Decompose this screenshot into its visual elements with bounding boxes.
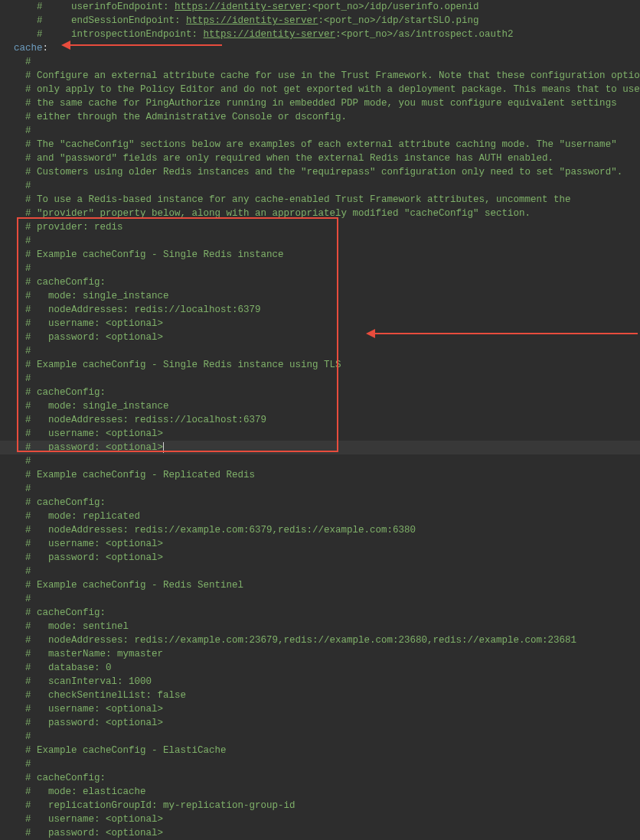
code-line[interactable]: # nodeAddresses: redis://localhost:6379 <box>0 303 640 317</box>
code-line[interactable]: # username: <optional> <box>0 537 640 551</box>
code-line[interactable]: # Example cacheConfig - ElastiCache <box>0 744 640 757</box>
code-line[interactable]: # and "password" fields are only require… <box>0 151 640 165</box>
code-line[interactable]: # <box>0 482 640 496</box>
code-line[interactable]: # provider: redis <box>0 220 640 234</box>
code-line[interactable]: # <box>0 234 640 248</box>
code-line[interactable]: # mode: single_instance <box>0 289 640 303</box>
code-line[interactable]: # scanInterval: 1000 <box>0 675 640 689</box>
code-line[interactable]: # The "cacheConfig" sections below are e… <box>0 138 640 151</box>
text-cursor <box>163 442 164 453</box>
code-line[interactable]: # <box>0 592 640 606</box>
code-line[interactable]: # cacheConfig: <box>0 606 640 620</box>
code-line[interactable]: # cacheConfig: <box>0 386 640 399</box>
code-line[interactable]: # <box>0 372 640 386</box>
code-line[interactable]: # Example cacheConfig - Single Redis ins… <box>0 358 640 372</box>
code-line[interactable]: # mode: sentinel <box>0 620 640 633</box>
code-line[interactable]: # <box>0 179 640 193</box>
code-line[interactable]: # username: <optional> <box>0 427 640 441</box>
code-line[interactable]: # nodeAddresses: redis://example.com:236… <box>0 633 640 647</box>
code-editor[interactable]: # userinfoEndpoint: https://identity-ser… <box>0 0 640 840</box>
code-line[interactable]: # Example cacheConfig - Replicated Redis <box>0 468 640 482</box>
code-line[interactable]: # database: 0 <box>0 661 640 675</box>
code-line[interactable]: # checkSentinelList: false <box>0 689 640 702</box>
code-line[interactable]: # <box>0 262 640 275</box>
code-line[interactable]: # only apply to the Policy Editor and do… <box>0 83 640 96</box>
code-line[interactable]: # Configure an external attribute cache … <box>0 69 640 83</box>
code-line[interactable]: # either through the Administrative Cons… <box>0 110 640 124</box>
code-line[interactable]: # endSessionEndpoint: https://identity-s… <box>0 14 640 28</box>
code-line[interactable]: # nodeAddresses: redis://example.com:637… <box>0 523 640 537</box>
code-line[interactable]: # userinfoEndpoint: https://identity-ser… <box>0 0 640 14</box>
code-line[interactable]: # password: <optional> <box>0 330 640 344</box>
code-line[interactable]: # mode: elasticache <box>0 785 640 799</box>
code-line[interactable]: # <box>0 565 640 578</box>
code-line[interactable]: # cacheConfig: <box>0 496 640 510</box>
code-line[interactable]: # password: <optional> <box>0 441 640 454</box>
code-line[interactable]: # <box>0 730 640 744</box>
code-line[interactable]: # <box>0 124 640 138</box>
code-line[interactable]: # the same cache for PingAuthorize runni… <box>0 96 640 110</box>
code-line[interactable]: # <box>0 55 640 69</box>
code-line[interactable]: cache: <box>0 41 640 55</box>
code-line[interactable]: # mode: replicated <box>0 510 640 523</box>
code-line[interactable]: # username: <optional> <box>0 702 640 716</box>
code-line[interactable]: # To use a Redis-based instance for any … <box>0 193 640 207</box>
code-line[interactable]: # Example cacheConfig - Redis Sentinel <box>0 578 640 592</box>
code-line[interactable]: # "provider" property below, along with … <box>0 207 640 220</box>
code-line[interactable]: # masterName: mymaster <box>0 647 640 661</box>
code-line[interactable]: # mode: single_instance <box>0 399 640 413</box>
code-line[interactable]: # nodeAddresses: rediss://localhost:6379 <box>0 413 640 427</box>
code-line[interactable]: # username: <optional> <box>0 317 640 330</box>
code-line[interactable]: # password: <optional> <box>0 716 640 730</box>
code-line[interactable]: # cacheConfig: <box>0 275 640 289</box>
code-line[interactable]: # Example cacheConfig - Single Redis ins… <box>0 248 640 262</box>
code-line[interactable]: # <box>0 757 640 771</box>
code-line[interactable]: # username: <optional> <box>0 812 640 826</box>
code-line[interactable]: # cacheConfig: <box>0 771 640 785</box>
code-line[interactable]: # <box>0 454 640 468</box>
code-line[interactable]: # Customers using older Redis instances … <box>0 165 640 179</box>
code-line[interactable]: # password: <optional> <box>0 551 640 565</box>
code-line[interactable]: # replicationGroupId: my-replication-gro… <box>0 799 640 812</box>
code-line[interactable]: # introspectionEndpoint: https://identit… <box>0 28 640 41</box>
code-line[interactable]: # <box>0 344 640 358</box>
code-line[interactable]: # password: <optional> <box>0 826 640 840</box>
